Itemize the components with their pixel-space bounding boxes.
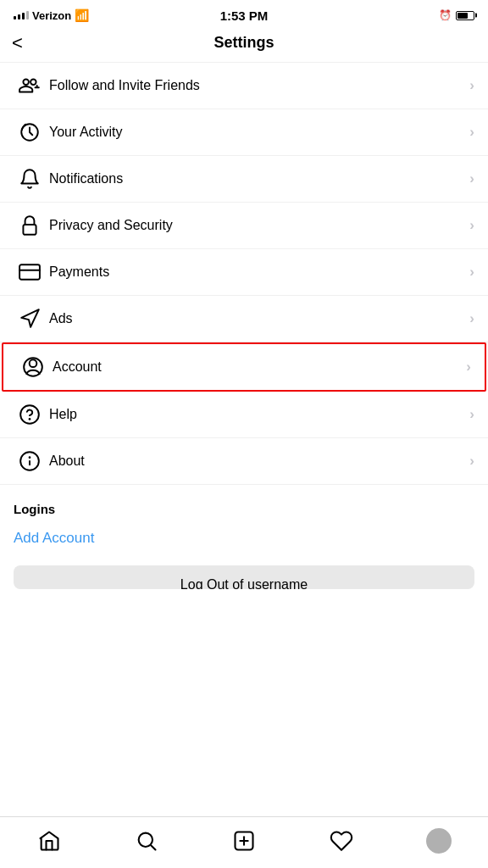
notifications-icon	[14, 168, 46, 190]
carrier-label: Verizon	[32, 9, 71, 22]
profile-avatar	[426, 828, 452, 854]
search-icon	[135, 829, 158, 853]
payments-label: Payments	[49, 264, 469, 280]
chevron-icon: ›	[469, 170, 474, 187]
chevron-icon: ›	[469, 124, 474, 141]
logout-button[interactable]: Log Out of username	[14, 565, 474, 589]
back-button[interactable]: <	[12, 34, 23, 53]
battery-icon	[456, 11, 474, 20]
svg-point-6	[20, 405, 39, 424]
settings-list: Follow and Invite Friends › Your Activit…	[0, 63, 488, 485]
ads-icon	[14, 308, 46, 330]
privacy-security-label: Privacy and Security	[49, 218, 469, 233]
bottom-nav	[0, 816, 488, 868]
privacy-security-icon	[14, 214, 46, 236]
add-icon	[232, 829, 256, 853]
account-icon	[17, 356, 49, 378]
chevron-icon: ›	[469, 310, 474, 327]
svg-point-4	[30, 359, 37, 367]
alarm-icon: ⏰	[439, 9, 452, 21]
about-icon	[14, 450, 46, 472]
follow-invite-icon	[14, 75, 46, 97]
nav-profile[interactable]	[418, 826, 460, 856]
nav-home[interactable]	[28, 826, 70, 856]
your-activity-icon	[14, 121, 46, 143]
home-icon	[37, 829, 61, 853]
notifications-label: Notifications	[49, 171, 469, 186]
settings-item-privacy-security[interactable]: Privacy and Security ›	[0, 203, 488, 249]
settings-item-help[interactable]: Help ›	[0, 392, 488, 438]
settings-item-your-activity[interactable]: Your Activity ›	[0, 109, 488, 156]
nav-search[interactable]	[125, 826, 168, 856]
nav-heart[interactable]	[320, 826, 363, 856]
signal-icon	[14, 11, 29, 19]
page-title: Settings	[214, 34, 274, 52]
logins-heading: Logins	[0, 485, 488, 521]
ads-label: Ads	[49, 311, 469, 326]
heart-icon	[330, 829, 353, 853]
status-right: ⏰	[439, 9, 474, 21]
chevron-icon: ›	[469, 217, 474, 234]
account-label: Account	[53, 359, 466, 375]
settings-content: Follow and Invite Friends › Your Activit…	[0, 63, 488, 648]
status-time: 1:53 PM	[220, 8, 269, 23]
svg-point-11	[138, 833, 152, 847]
settings-item-about[interactable]: About ›	[0, 438, 488, 485]
svg-rect-1	[23, 225, 36, 235]
add-account-button[interactable]: Add Account	[0, 521, 488, 559]
settings-item-notifications[interactable]: Notifications ›	[0, 156, 488, 203]
chevron-icon: ›	[469, 77, 474, 94]
chevron-icon: ›	[469, 406, 474, 423]
chevron-icon: ›	[466, 359, 471, 376]
wifi-icon: 📶	[75, 8, 89, 22]
settings-item-payments[interactable]: Payments ›	[0, 249, 488, 296]
status-bar: Verizon 📶 1:53 PM ⏰	[0, 0, 488, 27]
status-left: Verizon 📶	[14, 8, 89, 22]
settings-item-follow-invite[interactable]: Follow and Invite Friends ›	[0, 63, 488, 109]
settings-item-account[interactable]: Account ›	[2, 342, 486, 392]
chevron-icon: ›	[469, 453, 474, 470]
settings-item-ads[interactable]: Ads ›	[0, 296, 488, 342]
nav-add[interactable]	[223, 826, 265, 856]
logins-section: Logins Add Account Log Out of username	[0, 485, 488, 589]
help-label: Help	[49, 407, 469, 422]
chevron-icon: ›	[469, 264, 474, 281]
follow-invite-label: Follow and Invite Friends	[49, 78, 469, 93]
svg-line-12	[151, 845, 155, 849]
header: < Settings	[0, 27, 488, 63]
payments-icon	[14, 261, 46, 283]
your-activity-label: Your Activity	[49, 125, 469, 140]
help-icon	[14, 403, 46, 426]
about-label: About	[49, 453, 469, 469]
svg-rect-2	[19, 264, 40, 279]
